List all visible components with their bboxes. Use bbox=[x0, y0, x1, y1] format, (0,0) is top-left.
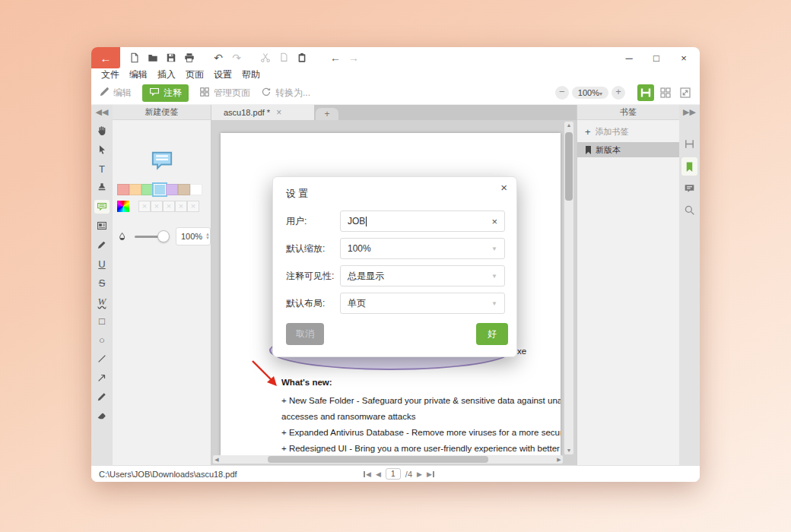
default-layout-select[interactable]: 单页 ▼ bbox=[340, 293, 505, 314]
stamp-tool-icon[interactable] bbox=[94, 181, 110, 195]
line-tool-icon[interactable] bbox=[94, 352, 110, 366]
mode-toolbar: 编辑 注释 管理页面 转换为... − 100%▾ + bbox=[91, 81, 700, 105]
opacity-slider-thumb[interactable] bbox=[157, 230, 170, 242]
scroll-left-icon[interactable]: ◀ bbox=[213, 455, 221, 464]
underline-tool-icon[interactable]: U bbox=[94, 257, 110, 271]
search-tab-icon[interactable] bbox=[681, 202, 697, 218]
bookmark-item[interactable]: 新版本 bbox=[577, 142, 679, 157]
spinner-arrows-icon[interactable]: ▲▼ bbox=[205, 233, 210, 240]
copy-icon[interactable] bbox=[277, 51, 291, 65]
new-tab-button[interactable]: + bbox=[316, 108, 338, 120]
scroll-up-icon[interactable]: ▲ bbox=[564, 122, 573, 129]
empty-color-slot[interactable]: × bbox=[151, 201, 163, 212]
empty-color-slot[interactable]: × bbox=[187, 201, 199, 212]
empty-color-slot[interactable]: × bbox=[163, 201, 175, 212]
menu-settings[interactable]: 设置 bbox=[214, 68, 232, 81]
color-swatch[interactable] bbox=[178, 184, 190, 195]
new-document-icon[interactable] bbox=[128, 51, 141, 65]
edit-mode-label: 编辑 bbox=[113, 87, 132, 100]
image-tool-icon[interactable] bbox=[94, 219, 110, 233]
grid-view-button[interactable] bbox=[657, 84, 674, 101]
strikethrough-tool-icon[interactable]: S bbox=[94, 276, 110, 290]
color-swatch[interactable] bbox=[117, 184, 129, 195]
previous-page-button[interactable]: ◀ bbox=[376, 470, 381, 478]
page-thumbnails-icon[interactable] bbox=[681, 136, 697, 152]
scroll-down-icon[interactable]: ▼ bbox=[564, 447, 573, 454]
close-button[interactable]: × bbox=[678, 52, 689, 64]
convert-button[interactable]: 转换为... bbox=[261, 87, 310, 100]
text-tool-icon[interactable]: T bbox=[94, 162, 110, 176]
save-icon[interactable] bbox=[164, 51, 178, 65]
scroll-right-icon[interactable]: ▶ bbox=[555, 455, 563, 464]
tab-close-icon[interactable]: × bbox=[276, 107, 281, 118]
select-tool-icon[interactable] bbox=[94, 143, 110, 157]
custom-color-picker[interactable] bbox=[117, 201, 129, 212]
empty-color-slot[interactable]: × bbox=[175, 201, 187, 212]
last-page-button[interactable]: ▶ bbox=[427, 470, 434, 478]
default-zoom-select[interactable]: 100% ▼ bbox=[340, 238, 505, 259]
note-tool-icon[interactable] bbox=[94, 200, 110, 214]
open-folder-icon[interactable] bbox=[146, 51, 160, 65]
menu-file[interactable]: 文件 bbox=[101, 68, 119, 81]
bookmarks-tab-icon[interactable] bbox=[681, 157, 697, 176]
pencil-tool-icon[interactable] bbox=[94, 390, 110, 404]
menu-insert[interactable]: 插入 bbox=[157, 68, 176, 81]
pen-tool-icon[interactable] bbox=[94, 238, 110, 252]
comments-tab-icon[interactable] bbox=[681, 181, 697, 197]
right-tool-strip: ▶▶ bbox=[679, 105, 700, 465]
zoom-out-button[interactable]: − bbox=[555, 86, 569, 100]
color-swatch-selected[interactable] bbox=[154, 184, 166, 195]
undo-icon[interactable]: ↶ bbox=[211, 51, 225, 65]
color-swatch[interactable] bbox=[190, 184, 202, 195]
eraser-tool-icon[interactable] bbox=[94, 409, 110, 423]
cancel-button[interactable]: 取消 bbox=[286, 323, 324, 345]
maximize-button[interactable]: □ bbox=[651, 52, 662, 64]
zoom-in-button[interactable]: + bbox=[612, 86, 625, 100]
ok-button[interactable]: 好 bbox=[476, 323, 508, 345]
document-tab[interactable]: ascu18.pdf * × bbox=[211, 105, 314, 120]
fullscreen-button[interactable] bbox=[677, 84, 694, 101]
horizontal-scroll-thumb[interactable] bbox=[268, 456, 488, 463]
collapse-left-panel-icon[interactable]: ◀◀ bbox=[96, 107, 109, 121]
vertical-scroll-thumb[interactable] bbox=[565, 132, 573, 201]
add-bookmark-button[interactable]: + 添加书签 bbox=[577, 120, 679, 142]
menu-edit[interactable]: 编辑 bbox=[129, 68, 148, 81]
cut-icon[interactable] bbox=[259, 51, 272, 65]
empty-color-slot[interactable]: × bbox=[138, 201, 151, 212]
collapse-right-panel-icon[interactable]: ▶▶ bbox=[683, 107, 696, 121]
paste-icon[interactable] bbox=[295, 51, 309, 65]
first-page-button[interactable]: ◀ bbox=[364, 470, 371, 478]
nav-forward-icon[interactable]: → bbox=[347, 51, 361, 65]
nav-back-icon[interactable]: ← bbox=[329, 51, 342, 65]
back-button[interactable]: ← bbox=[91, 47, 120, 68]
horizontal-scrollbar[interactable]: ◀ ▶ bbox=[213, 455, 563, 464]
dialog-close-icon[interactable]: × bbox=[500, 181, 507, 194]
next-page-button[interactable]: ▶ bbox=[417, 470, 422, 478]
menu-page[interactable]: 页面 bbox=[186, 68, 204, 81]
squiggly-underline-tool-icon[interactable]: W bbox=[94, 295, 110, 309]
current-page-input[interactable]: 1 bbox=[386, 468, 401, 480]
rectangle-tool-icon[interactable]: □ bbox=[94, 314, 110, 328]
clear-input-icon[interactable]: × bbox=[491, 216, 497, 227]
ellipse-tool-icon[interactable]: ○ bbox=[94, 333, 110, 347]
color-swatch[interactable] bbox=[141, 184, 154, 195]
menu-help[interactable]: 帮助 bbox=[242, 68, 260, 81]
minimize-button[interactable]: ─ bbox=[624, 52, 634, 64]
annotation-visibility-select[interactable]: 总是显示 ▼ bbox=[340, 265, 505, 287]
fit-width-button[interactable] bbox=[637, 84, 654, 101]
manage-pages-button[interactable]: 管理页面 bbox=[199, 87, 250, 100]
opacity-slider[interactable] bbox=[135, 236, 164, 238]
vertical-scrollbar[interactable]: ▲ ▼ bbox=[564, 122, 573, 454]
edit-mode-button[interactable]: 编辑 bbox=[99, 87, 132, 100]
hand-tool-icon[interactable] bbox=[94, 124, 110, 138]
redo-icon[interactable]: ↷ bbox=[230, 51, 243, 65]
opacity-spinner[interactable]: 100%▲▼ bbox=[176, 227, 211, 245]
zoom-level-dropdown[interactable]: 100%▾ bbox=[572, 87, 608, 99]
red-arrow-annotation[interactable] bbox=[249, 358, 283, 391]
annotate-mode-button[interactable]: 注释 bbox=[142, 84, 189, 102]
color-swatch[interactable] bbox=[129, 184, 141, 195]
print-icon[interactable] bbox=[183, 51, 196, 65]
arrow-tool-icon[interactable] bbox=[94, 371, 110, 385]
user-input[interactable]: JOB × bbox=[340, 211, 505, 232]
color-swatch[interactable] bbox=[166, 184, 178, 195]
